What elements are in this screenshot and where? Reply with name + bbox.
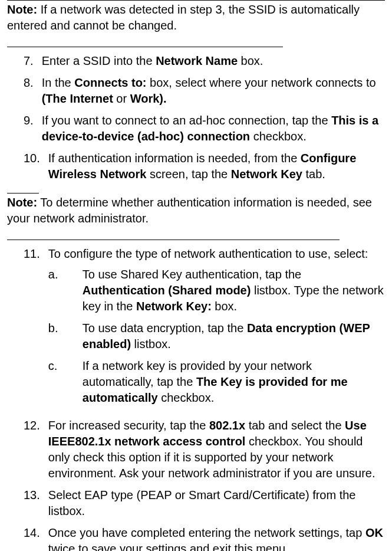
bold-text: Use IEEE802.1x network access control — [48, 419, 367, 448]
divider — [7, 0, 385, 1]
step-content: For increased security, tap the 802.1x t… — [48, 418, 385, 481]
step-item: 7.Enter a SSID into the Network Name box… — [7, 53, 385, 69]
step-item: 9.If you want to connect to an ad-hoc co… — [7, 113, 385, 145]
bold-text: Network Key: — [136, 300, 212, 313]
bold-text: Configure Wireless Network — [48, 152, 356, 181]
bold-text: OK — [365, 526, 383, 539]
step-content: To configure the type of network authent… — [48, 246, 385, 412]
step-content: Select EAP type (PEAP or Smart Card/Cert… — [48, 487, 385, 519]
step-number: 14. — [7, 525, 48, 551]
sub-step-item: c.If a network key is provided by your n… — [48, 358, 385, 406]
steps-list-b: 11.To configure the type of network auth… — [7, 246, 385, 551]
step-item: 14.Once you have completed entering the … — [7, 525, 385, 551]
bold-text: This is a device-to-device (ad-hoc) conn… — [42, 114, 378, 143]
bold-text: (The Internet — [42, 92, 113, 105]
bold-text: Work). — [130, 92, 167, 105]
step-item: 11.To configure the type of network auth… — [7, 246, 385, 412]
step-content: In the Connects to: box, select where yo… — [42, 75, 385, 107]
divider — [7, 47, 283, 47]
note-text: If a network was detected in step 3, the… — [7, 3, 360, 32]
note-2: Note: To determine whether authenticatio… — [7, 195, 385, 227]
bold-text: 802.1x — [209, 419, 245, 432]
step-item: 12.For increased security, tap the 802.1… — [7, 418, 385, 481]
step-number: 12. — [7, 418, 48, 481]
step-content: Once you have completed entering the net… — [48, 525, 385, 551]
step-number: 13. — [7, 487, 48, 519]
step-content: Enter a SSID into the Network Name box. — [42, 53, 385, 69]
bold-text: Network Name — [156, 54, 238, 67]
bold-text: Network Key — [231, 168, 302, 181]
divider — [7, 193, 39, 193]
sub-step-letter: c. — [48, 358, 83, 406]
sub-step-item: a.To use Shared Key authentication, tap … — [48, 267, 385, 314]
sub-step-item: b.To use data encryption, tap the Data e… — [48, 320, 385, 352]
step-number: 9. — [7, 113, 42, 145]
step-number: 7. — [7, 53, 42, 69]
step-item: 8.In the Connects to: box, select where … — [7, 75, 385, 107]
step-content: If authentication information is needed,… — [48, 150, 385, 182]
step-item: 10.If authentication information is need… — [7, 150, 385, 182]
note-label: Note: — [7, 196, 37, 209]
bold-text: Connects to: — [74, 76, 146, 89]
step-number: 8. — [7, 75, 42, 107]
step-number: 10. — [7, 150, 48, 182]
sub-step-content: To use data encryption, tap the Data enc… — [83, 320, 385, 352]
note-1: Note: If a network was detected in step … — [7, 2, 385, 34]
bold-text: The Key is provided for me automatically — [83, 375, 348, 404]
step-content: If you want to connect to an ad-hoc conn… — [42, 113, 385, 145]
sub-step-letter: b. — [48, 320, 83, 352]
sub-steps-list: a.To use Shared Key authentication, tap … — [48, 267, 385, 406]
sub-step-content: To use Shared Key authentication, tap th… — [83, 267, 385, 314]
bold-text: Data encryption (WEP enabled) — [83, 322, 370, 350]
steps-list-a: 7.Enter a SSID into the Network Name box… — [7, 53, 385, 182]
step-item: 13.Select EAP type (PEAP or Smart Card/C… — [7, 487, 385, 519]
divider — [7, 240, 340, 240]
note-label: Note: — [7, 3, 37, 16]
step-number: 11. — [7, 246, 48, 412]
sub-step-content: If a network key is provided by your net… — [83, 358, 385, 406]
bold-text: Authentication (Shared mode) — [83, 284, 251, 297]
note-text: To determine whether authentication info… — [7, 196, 372, 225]
sub-step-letter: a. — [48, 267, 83, 314]
